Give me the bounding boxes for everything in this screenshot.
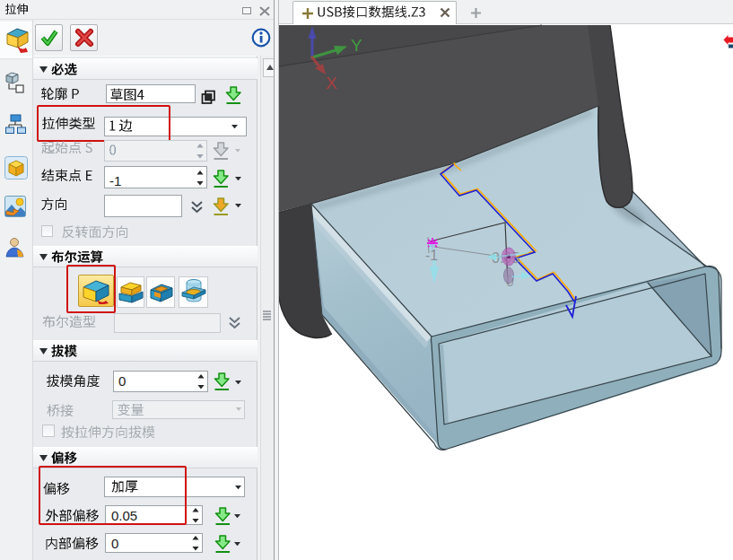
svg-text:-1: -1	[425, 248, 438, 263]
svg-text:Y: Y	[351, 36, 362, 55]
svg-text:X: X	[326, 74, 337, 92]
